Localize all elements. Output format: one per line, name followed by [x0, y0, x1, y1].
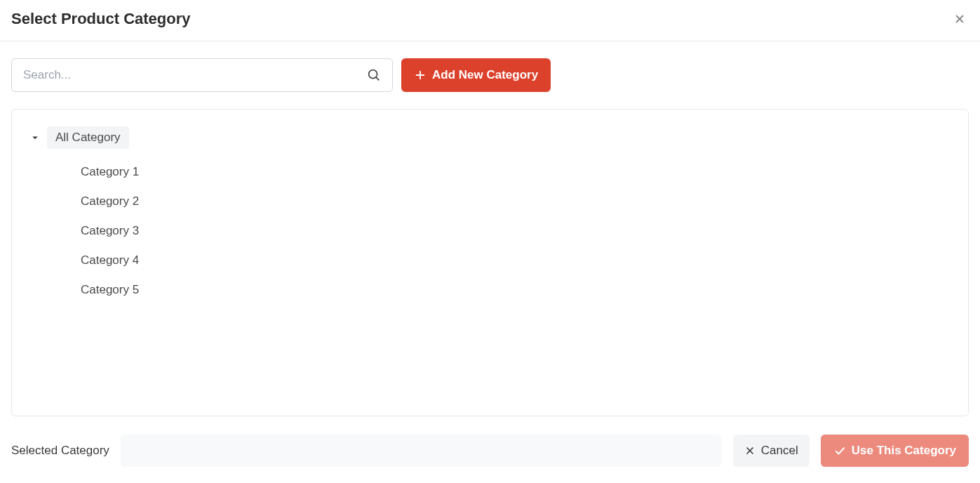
tree-item[interactable]: Category 4 — [81, 246, 951, 275]
cancel-button[interactable]: Cancel — [733, 435, 810, 467]
add-category-button[interactable]: Add New Category — [401, 58, 551, 92]
search-icon[interactable] — [366, 67, 382, 83]
tree-item[interactable]: Category 2 — [81, 187, 951, 216]
selected-category-value — [121, 435, 722, 467]
use-category-label: Use This Category — [852, 444, 956, 458]
tree-item[interactable]: Category 1 — [81, 157, 951, 187]
category-tree: All Category Category 1 Category 2 Categ… — [11, 109, 969, 416]
chevron-down-icon — [29, 131, 41, 144]
modal-header: Select Product Category — [0, 0, 980, 41]
tree-item[interactable]: Category 3 — [81, 216, 951, 246]
close-button[interactable] — [951, 10, 969, 28]
search-container — [11, 58, 393, 92]
search-input[interactable] — [11, 58, 393, 92]
root-category-label[interactable]: All Category — [47, 126, 129, 149]
check-icon — [833, 444, 846, 457]
svg-point-2 — [369, 70, 377, 79]
expand-toggle[interactable] — [29, 131, 41, 144]
modal-body: Add New Category All Category Category 1… — [0, 41, 980, 428]
tree-children: Category 1 Category 2 Category 3 Categor… — [29, 157, 951, 305]
svg-line-3 — [376, 77, 379, 80]
add-category-label: Add New Category — [432, 68, 538, 82]
selected-category-label: Selected Category — [11, 444, 109, 458]
modal-footer: Selected Category Cancel Use This Catego… — [0, 428, 980, 474]
cancel-label: Cancel — [761, 444, 798, 458]
plus-icon — [414, 69, 427, 81]
use-category-button[interactable]: Use This Category — [821, 435, 969, 467]
tree-root: All Category — [29, 126, 951, 149]
x-icon — [744, 445, 756, 456]
top-controls: Add New Category — [11, 58, 969, 92]
close-icon — [953, 13, 966, 25]
tree-item[interactable]: Category 5 — [81, 275, 951, 305]
modal-title: Select Product Category — [11, 10, 191, 28]
